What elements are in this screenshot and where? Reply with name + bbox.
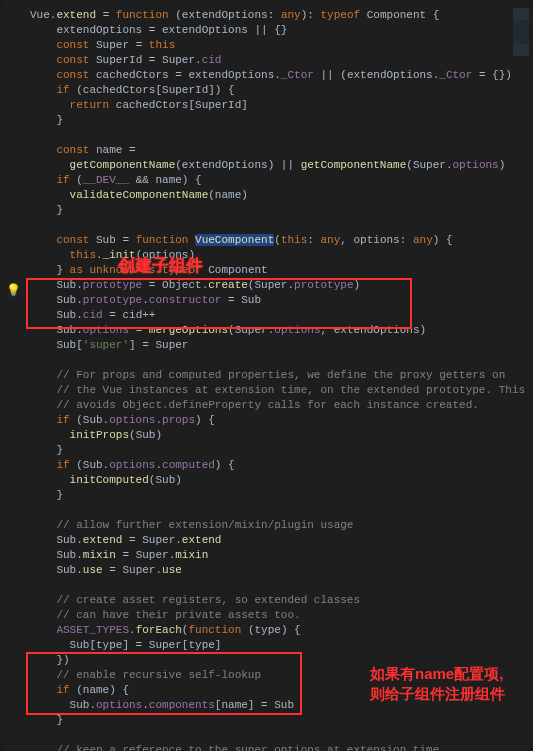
- code-line: return cachedCtors[SuperId]: [12, 98, 533, 113]
- code-line: initProps(Sub): [12, 428, 533, 443]
- code-line: getComponentName(extendOptions) || getCo…: [12, 158, 533, 173]
- code-line: if (Sub.options.computed) {: [12, 458, 533, 473]
- code-line: }: [12, 488, 533, 503]
- code-line: }): [12, 653, 533, 668]
- code-line: initComputed(Sub): [12, 473, 533, 488]
- code-line: }: [12, 443, 533, 458]
- code-line: const Sub = function VueComponent(this: …: [12, 233, 533, 248]
- minimap[interactable]: [513, 8, 529, 128]
- code-line: ASSET_TYPES.forEach(function (type) {: [12, 623, 533, 638]
- code-line: Sub.mixin = Super.mixin: [12, 548, 533, 563]
- code-line: extendOptions = extendOptions || {}: [12, 23, 533, 38]
- code-line: [12, 128, 533, 143]
- code-line: const name =: [12, 143, 533, 158]
- code-line: Sub.prototype = Object.create(Super.prot…: [12, 278, 533, 293]
- code-line: if (Sub.options.props) {: [12, 413, 533, 428]
- code-line: // can have their private assets too.: [12, 608, 533, 623]
- code-line: // enable recursive self-lookup: [12, 668, 533, 683]
- code-line: [12, 728, 533, 743]
- code-line: const Super = this: [12, 38, 533, 53]
- code-line: Sub.options = mergeOptions(Super.options…: [12, 323, 533, 338]
- code-line: // keep a reference to the super options…: [12, 743, 533, 751]
- code-editor[interactable]: 💡 Vue.extend = function (extendOptions: …: [0, 0, 533, 751]
- code-line: Sub.prototype.constructor = Sub: [12, 293, 533, 308]
- code-line: // create asset registers, so extended c…: [12, 593, 533, 608]
- code-line: if (__DEV__ && name) {: [12, 173, 533, 188]
- code-line: Sub['super'] = Super: [12, 338, 533, 353]
- code-line: this._init(options): [12, 248, 533, 263]
- code-line: Vue.extend = function (extendOptions: an…: [12, 8, 533, 23]
- code-line: // For props and computed properties, we…: [12, 368, 533, 383]
- code-line: // avoids Object.defineProperty calls fo…: [12, 398, 533, 413]
- code-line: [12, 503, 533, 518]
- code-line: // the Vue instances at extension time, …: [12, 383, 533, 398]
- code-line: Sub.extend = Super.extend: [12, 533, 533, 548]
- code-line: [12, 353, 533, 368]
- code-line: } as unknown as typeof Component: [12, 263, 533, 278]
- code-line: // allow further extension/mixin/plugin …: [12, 518, 533, 533]
- code-line: validateComponentName(name): [12, 188, 533, 203]
- code-line: const cachedCtors = extendOptions._Ctor …: [12, 68, 533, 83]
- code-line: }: [12, 203, 533, 218]
- code-line: [12, 578, 533, 593]
- code-line: }: [12, 113, 533, 128]
- code-line: Sub.cid = cid++: [12, 308, 533, 323]
- code-line: if (cachedCtors[SuperId]) {: [12, 83, 533, 98]
- code-line: }: [12, 713, 533, 728]
- code-line: if (name) {: [12, 683, 533, 698]
- lightbulb-icon[interactable]: 💡: [6, 283, 21, 298]
- code-line: Sub.use = Super.use: [12, 563, 533, 578]
- code-line: Sub.options.components[name] = Sub: [12, 698, 533, 713]
- code-line: [12, 218, 533, 233]
- code-line: Sub[type] = Super[type]: [12, 638, 533, 653]
- code-line: const SuperId = Super.cid: [12, 53, 533, 68]
